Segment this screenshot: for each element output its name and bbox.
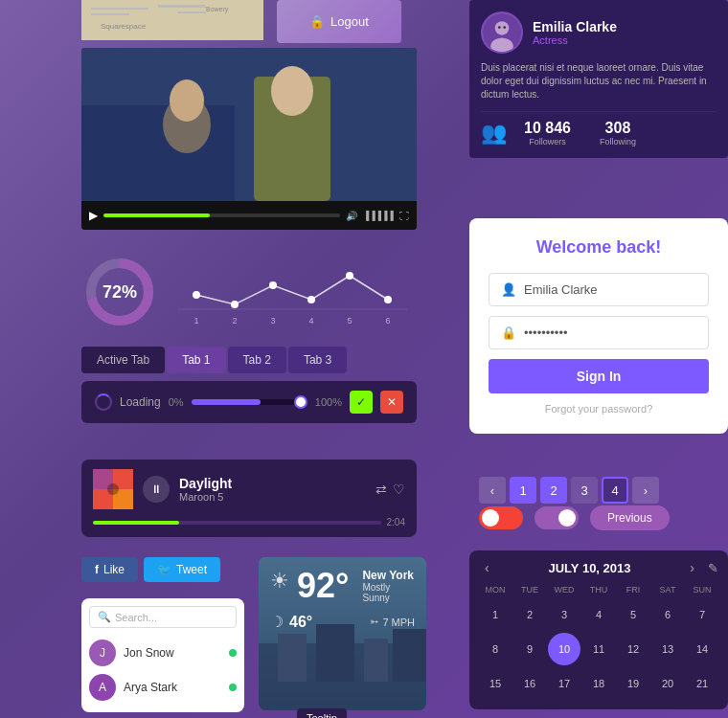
calendar-header: ‹ JULY 10, 2013 › ✎ — [479, 560, 718, 575]
volume-icon[interactable]: 🔊 — [346, 211, 357, 221]
cal-day[interactable]: 14 — [686, 633, 718, 665]
following-count: 308 — [600, 120, 636, 137]
svg-rect-4 — [177, 11, 206, 13]
svg-text:Squarespace: Squarespace — [101, 22, 147, 31]
password-field[interactable]: 🔒 — [489, 316, 709, 349]
svg-text:3: 3 — [270, 316, 275, 325]
loading-bar-widget: Loading 0% 100% ✓ ✕ — [81, 381, 417, 423]
video-progress-bar[interactable] — [103, 213, 340, 217]
shuffle-button[interactable]: ⇄ — [375, 482, 387, 497]
cal-day[interactable]: 20 — [651, 667, 684, 700]
video-progress-fill — [103, 213, 210, 217]
cal-day[interactable]: 12 — [617, 633, 649, 665]
user-search-input[interactable]: 🔍 Search... — [89, 606, 237, 628]
cal-header-sat: SAT — [651, 583, 684, 596]
svg-point-23 — [269, 281, 277, 289]
cal-day[interactable]: 2 — [513, 598, 546, 631]
cal-day[interactable]: 9 — [513, 633, 546, 665]
tab-3[interactable]: Tab 3 — [288, 347, 347, 373]
cal-header-fri: FRI — [617, 583, 649, 596]
followers-count: 10 846 — [524, 120, 571, 137]
cal-day[interactable]: 3 — [548, 598, 580, 631]
music-track[interactable] — [93, 521, 381, 525]
forgot-password-link[interactable]: Forgot your password? — [489, 403, 709, 415]
search-placeholder: Search... — [115, 612, 157, 623]
fullscreen-icon[interactable]: ⛶ — [399, 211, 409, 221]
toggle-knob-1 — [482, 509, 499, 527]
music-title: Daylight — [179, 476, 366, 491]
cal-day[interactable]: 1 — [479, 598, 512, 631]
twitter-icon: 🐦 — [157, 563, 171, 576]
social-buttons: f Like 🐦 Tweet — [81, 557, 220, 582]
loading-track[interactable] — [192, 399, 307, 405]
pagination-page-3[interactable]: 3 — [571, 477, 598, 504]
calendar-month-year: JULY 10, 2013 — [495, 561, 685, 575]
tab-active[interactable]: Active Tab — [81, 347, 165, 373]
pagination-page-4[interactable]: 4 — [602, 477, 628, 504]
check-button[interactable]: ✓ — [350, 391, 373, 414]
logout-button[interactable]: 🔒 Logout — [277, 0, 401, 43]
donut-percent: 72% — [102, 282, 137, 303]
cal-day[interactable]: 16 — [513, 667, 546, 700]
twitter-tweet-button[interactable]: 🐦 Tweet — [144, 557, 220, 582]
cal-day[interactable]: 7 — [686, 598, 718, 631]
password-input[interactable] — [524, 325, 696, 340]
svg-rect-42 — [393, 629, 426, 682]
cal-day[interactable]: 11 — [582, 633, 615, 665]
svg-rect-39 — [278, 634, 307, 682]
heart-button[interactable]: ♡ — [393, 482, 405, 497]
list-item[interactable]: J Jon Snow — [89, 636, 237, 670]
svg-point-15 — [170, 79, 204, 122]
svg-text:1: 1 — [193, 316, 198, 325]
avatar: A — [89, 674, 116, 701]
sign-in-button[interactable]: Sign In — [489, 359, 709, 393]
previous-button[interactable]: Previous — [590, 505, 670, 530]
pagination-page-1[interactable]: 1 — [510, 477, 536, 504]
svg-point-36 — [107, 483, 119, 495]
calendar-next[interactable]: › — [684, 560, 700, 575]
svg-point-25 — [346, 272, 353, 280]
pagination-next[interactable]: › — [632, 477, 659, 504]
cal-day[interactable]: 17 — [548, 667, 580, 700]
loading-fill — [192, 399, 262, 405]
toggle-2[interactable] — [535, 506, 579, 529]
tab-1[interactable]: Tab 1 — [167, 347, 225, 373]
svg-point-10 — [498, 26, 501, 29]
list-item[interactable]: A Arya Stark — [89, 670, 237, 705]
tab-2[interactable]: Tab 2 — [228, 347, 286, 373]
cal-day[interactable]: 6 — [651, 598, 684, 631]
svg-text:4: 4 — [308, 316, 313, 325]
video-control-play[interactable]: ▶ — [89, 209, 98, 222]
music-fill — [93, 521, 179, 525]
pagination-prev[interactable]: ‹ — [479, 477, 506, 504]
svg-text:2: 2 — [232, 316, 237, 325]
cancel-button[interactable]: ✕ — [380, 391, 403, 414]
cal-day[interactable]: 8 — [479, 633, 512, 665]
tabs-widget: Active Tab Tab 1 Tab 2 Tab 3 Loading 0% … — [81, 347, 417, 423]
login-title: Welcome back! — [489, 237, 709, 258]
toggle-1[interactable] — [479, 506, 523, 529]
calendar-prev[interactable]: ‹ — [479, 560, 495, 575]
pagination-page-2[interactable]: 2 — [540, 477, 567, 504]
facebook-like-button[interactable]: f Like — [81, 557, 138, 582]
svg-point-17 — [271, 66, 313, 116]
tabs-bar: Active Tab Tab 1 Tab 2 Tab 3 — [81, 347, 417, 373]
cal-day[interactable]: 19 — [617, 667, 649, 700]
tweet-label: Tweet — [176, 563, 207, 576]
cal-day[interactable]: 15 — [479, 667, 512, 700]
cal-day-today[interactable]: 10 — [548, 633, 580, 665]
chart-row: 72% 1 2 3 4 5 6 — [81, 244, 417, 340]
cal-day[interactable]: 13 — [651, 633, 684, 665]
wind-icon: ➳ — [370, 616, 378, 628]
cal-day[interactable]: 21 — [686, 667, 718, 700]
svg-point-8 — [495, 21, 510, 35]
cal-day[interactable]: 18 — [582, 667, 615, 700]
username-input[interactable] — [524, 282, 696, 297]
calendar-edit-icon[interactable]: ✎ — [708, 561, 718, 575]
cal-day[interactable]: 4 — [582, 598, 615, 631]
cal-day[interactable]: 5 — [617, 598, 649, 631]
user-icon: 👤 — [501, 282, 516, 297]
music-pause-button[interactable]: ⏸ — [143, 476, 170, 503]
user-name: Arya Stark — [124, 681, 221, 694]
username-field[interactable]: 👤 — [489, 273, 709, 306]
